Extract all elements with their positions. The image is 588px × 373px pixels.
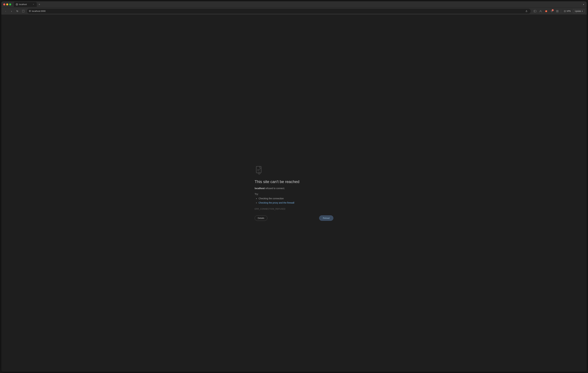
error-try-label: Try:	[255, 193, 333, 195]
error-suggestions-list: Checking the connection Checking the pro…	[255, 197, 333, 205]
title-bar: localhost × + ▾	[1, 1, 587, 8]
vpn-icon	[564, 10, 566, 12]
back-button[interactable]: ‹	[3, 9, 8, 13]
share-button[interactable]	[524, 9, 529, 13]
new-tab-button[interactable]: +	[37, 2, 42, 7]
suggestion-item-1: Checking the connection	[259, 197, 333, 200]
browser-content: This site can't be reached localhost ref…	[1, 15, 587, 372]
traffic-lights	[3, 3, 11, 5]
sidebar-icon	[534, 10, 536, 12]
tab-favicon	[16, 3, 18, 6]
error-message: refused to connect.	[265, 187, 285, 190]
profile-icon	[539, 10, 542, 12]
error-subtitle: localhost refused to connect.	[255, 187, 333, 190]
nav-right: 6 VPN Update ≡	[533, 9, 585, 13]
security-icon	[29, 10, 31, 13]
error-title: This site can't be reached	[255, 179, 333, 184]
forward-button[interactable]: ›	[9, 9, 14, 13]
suggestion-text-1: Checking the connection	[259, 197, 284, 200]
vpn-button[interactable]: VPN	[562, 9, 572, 13]
notification-badge: 6	[552, 9, 554, 11]
brave-lion-icon	[545, 10, 547, 12]
update-button[interactable]: Update ≡	[573, 9, 585, 13]
svg-point-23	[259, 174, 259, 174]
error-page: This site can't be reached localhost ref…	[251, 162, 337, 224]
extensions-icon	[556, 10, 559, 12]
update-menu-icon: ≡	[582, 10, 583, 12]
reload-button[interactable]: ↻	[15, 9, 20, 13]
forward-icon: ›	[11, 10, 12, 12]
tab-list-button[interactable]: ▾	[582, 3, 585, 6]
notifications-button[interactable]: 6	[549, 9, 554, 13]
tab-bar: localhost × + ▾	[14, 2, 585, 7]
reload-button[interactable]: Reload	[319, 215, 333, 221]
details-button[interactable]: Details	[255, 215, 267, 221]
svg-rect-13	[556, 10, 557, 11]
active-tab[interactable]: localhost ×	[14, 2, 37, 7]
error-icon-container	[255, 166, 333, 176]
svg-rect-4	[22, 10, 24, 12]
profile-button[interactable]	[538, 9, 543, 13]
sidebar-button[interactable]	[533, 9, 537, 13]
nav-bar: ‹ › ↻ localhost:3000	[1, 8, 587, 15]
extensions-button[interactable]	[555, 9, 560, 13]
reload-icon: ↻	[16, 10, 18, 12]
suggestion-item-2: Checking the proxy and the firewall	[259, 201, 333, 205]
address-text: localhost:3000	[32, 10, 523, 12]
vpn-label: VPN	[567, 10, 571, 12]
bookmark-icon	[22, 10, 25, 12]
error-actions: Details Reload	[255, 215, 333, 221]
close-button[interactable]	[3, 3, 5, 5]
broken-document-icon	[255, 166, 264, 175]
minimize-button[interactable]	[6, 3, 8, 5]
back-icon: ‹	[5, 10, 6, 12]
share-icon	[525, 10, 528, 12]
tab-title: localhost	[19, 3, 31, 6]
suggestion-link-2[interactable]: Checking the proxy and the firewall	[259, 201, 294, 204]
error-code: ERR_CONNECTION_REFUSED	[255, 208, 333, 210]
browser-window: localhost × + ▾ ‹ › ↻	[1, 1, 587, 372]
update-label: Update	[575, 10, 581, 12]
address-bar[interactable]: localhost:3000	[27, 9, 531, 14]
address-actions	[524, 9, 529, 13]
svg-rect-16	[557, 11, 558, 12]
bookmark-button[interactable]	[21, 9, 26, 13]
svg-rect-10	[534, 10, 536, 12]
tab-close-button[interactable]: ×	[32, 3, 35, 6]
svg-rect-14	[557, 10, 558, 11]
svg-rect-15	[556, 11, 557, 12]
error-host: localhost	[255, 187, 265, 190]
divider	[561, 10, 561, 13]
maximize-button[interactable]	[9, 3, 11, 5]
brave-shields-button[interactable]	[544, 9, 548, 13]
